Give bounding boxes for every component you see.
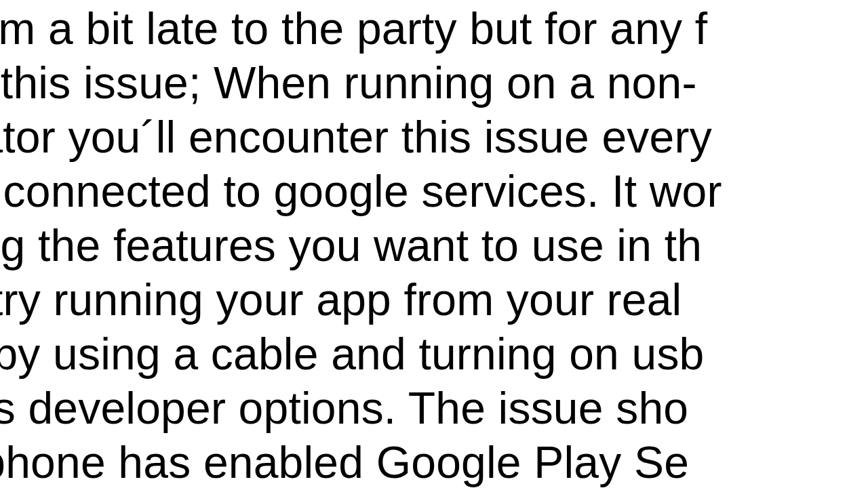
text-line-5: m using the features you want to use in … — [0, 220, 702, 270]
text-line-9: your phone has enabled Google Play Se — [0, 437, 689, 487]
text-line-7: mode by using a cable and turning on usb — [0, 329, 705, 379]
text-line-8: ndroids developer options. The issue sho — [0, 383, 688, 433]
text-line-6: u can try running your app from your rea… — [0, 274, 682, 325]
text-line-3: emulator you´ll encounter this issue eve… — [0, 112, 712, 162]
text-line-2: facing this issue; When running on a non… — [0, 58, 697, 108]
text-line-1: er 3: I´m a bit late to the party but fo… — [0, 3, 707, 54]
text-line-4: ething connected to google services. It … — [0, 166, 722, 216]
answer-text-block: er 3: I´m a bit late to the party but fo… — [0, 1, 722, 488]
